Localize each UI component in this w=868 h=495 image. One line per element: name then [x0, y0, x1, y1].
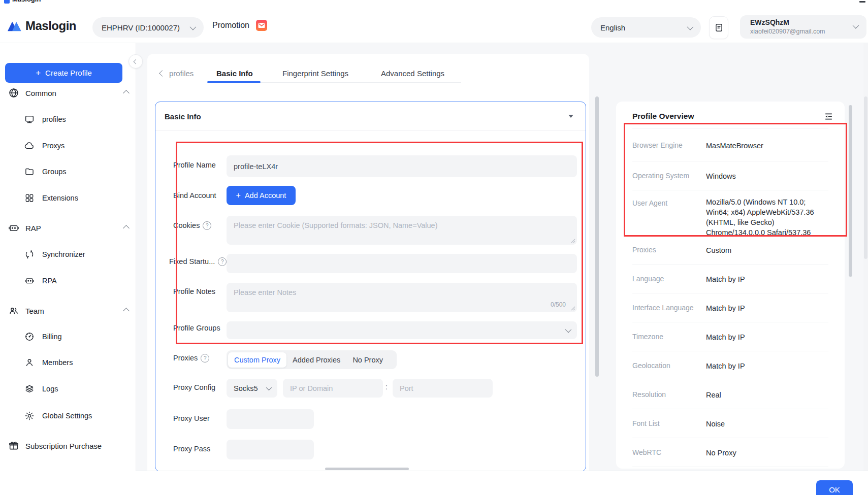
page-scrollbar-track[interactable]	[863, 43, 868, 495]
tab-advanced-settings[interactable]: Advanced Settings	[381, 69, 444, 78]
ip-port-separator: :	[385, 383, 388, 391]
proxies-label: Proxies ?	[173, 353, 209, 363]
overview-row-label: Operating System	[632, 172, 689, 180]
docs-button[interactable]	[709, 16, 728, 39]
app-header: Maslogin EHPHRV (ID:1000027) Promotion E…	[0, 4, 868, 43]
language-dropdown[interactable]: English	[591, 17, 701, 38]
proxy-option-custom[interactable]: Custom Proxy	[228, 352, 286, 368]
add-account-label: Add Account	[245, 191, 286, 200]
create-profile-label: Create Profile	[45, 69, 92, 77]
horizontal-scrollbar-thumb[interactable]	[325, 468, 409, 470]
main-scrollbar-thumb[interactable]	[595, 96, 599, 377]
profile-notes-textarea[interactable]	[227, 283, 577, 312]
proxy-protocol-select[interactable]: Socks5	[227, 379, 277, 398]
profile-overview-panel: Profile Overview Browser Engine MasMateB…	[616, 102, 845, 469]
sidebar-item-groups[interactable]: Groups	[24, 164, 67, 179]
overview-row-label: Proxies	[632, 246, 656, 254]
overview-scrollbar-thumb[interactable]	[849, 105, 852, 277]
proxy-option-added[interactable]: Added Proxies	[286, 352, 346, 368]
sidebar-item-proxys[interactable]: Proxys	[24, 139, 65, 153]
sidebar-item-logs[interactable]: Logs	[24, 382, 58, 396]
panel-title: Basic Info	[165, 112, 201, 121]
fixed-startup-input[interactable]	[227, 254, 577, 273]
cookies-textarea[interactable]	[227, 216, 577, 245]
overview-row-value: Match by IP	[706, 332, 828, 342]
sidebar-section-team[interactable]: Team	[8, 304, 127, 318]
proxy-config-label: Proxy Config	[173, 382, 215, 392]
sidebar-collapse-button[interactable]	[128, 54, 143, 69]
sidebar-item-extensions[interactable]: Extensions	[24, 191, 78, 205]
collapse-list-icon[interactable]	[824, 112, 833, 121]
sidebar-item-subscription-purchase[interactable]: Subscription Purchase	[8, 439, 127, 453]
footer-bar: OK	[136, 471, 868, 495]
overview-row-value: MasMateBrowser	[706, 141, 828, 151]
profile-name-input[interactable]	[227, 155, 577, 177]
folder-icon	[24, 167, 35, 177]
profile-groups-select[interactable]	[227, 321, 577, 339]
create-profile-button[interactable]: + Create Profile	[5, 63, 122, 83]
page-scrollbar-thumb[interactable]	[864, 96, 867, 259]
plus-icon: +	[36, 68, 41, 78]
breadcrumb-back[interactable]: profiles	[160, 69, 194, 78]
overview-row-label: Interface Language	[632, 304, 694, 312]
plus-icon: +	[236, 191, 241, 200]
brand-name: Maslogin	[25, 19, 76, 33]
robot-icon	[24, 276, 35, 286]
sidebar-item-members[interactable]: Members	[24, 355, 73, 370]
tab-basic-info[interactable]: Basic Info	[216, 69, 253, 78]
collapse-caret-icon[interactable]	[568, 115, 573, 118]
sidebar-item-label: Logs	[42, 385, 58, 393]
ok-button[interactable]: OK	[816, 480, 853, 495]
sidebar-section-common[interactable]: Common	[8, 86, 127, 100]
sidebar-item-profiles[interactable]: profiles	[24, 112, 66, 126]
sidebar-item-label: Groups	[42, 168, 67, 176]
sidebar-item-rpa[interactable]: RPA	[24, 274, 57, 288]
account-menu[interactable]: EWzSQhzM xiaofei020907@gmail.com	[740, 15, 866, 39]
sidebar: + Create Profile Common profiles Proxys …	[0, 43, 136, 495]
proxy-user-label: Proxy User	[173, 413, 210, 423]
proxy-ip-input[interactable]	[283, 379, 383, 398]
overview-row-label: User Agent	[632, 199, 667, 207]
profile-name-label: Profile Name	[173, 160, 216, 170]
help-icon[interactable]: ?	[203, 221, 211, 230]
proxy-port-input[interactable]	[393, 379, 493, 398]
sidebar-item-label: Subscription Purchase	[25, 442, 102, 450]
overview-row: Interface Language Match by IP	[632, 293, 828, 322]
promotion-link[interactable]: Promotion	[212, 20, 267, 31]
resize-grip-icon[interactable]	[571, 239, 575, 243]
help-icon[interactable]: ?	[218, 257, 227, 266]
proxy-option-none[interactable]: No Proxy	[346, 352, 389, 368]
sidebar-item-label: Billing	[42, 333, 62, 341]
sidebar-section-rap[interactable]: RAP	[8, 221, 127, 235]
document-icon	[714, 23, 724, 32]
team-icon	[8, 305, 19, 316]
overview-row: Resolution Real	[632, 380, 828, 409]
sync-icon	[24, 249, 35, 259]
window-titlebar: Maslogin	[0, 0, 868, 4]
tab-fingerprint-settings[interactable]: Fingerprint Settings	[282, 69, 348, 78]
proxy-pass-input[interactable]	[227, 440, 314, 459]
proxy-user-input[interactable]	[227, 409, 314, 429]
sidebar-item-synchronizer[interactable]: Synchronizer	[24, 247, 85, 261]
sidebar-item-billing[interactable]: Billing	[24, 329, 62, 344]
chevron-up-icon	[123, 308, 130, 314]
cloud-icon	[24, 141, 35, 151]
account-name: EWzSQhzM	[750, 18, 789, 26]
chevron-up-icon	[123, 225, 130, 232]
sidebar-item-label: Synchronizer	[42, 250, 85, 258]
layers-icon	[24, 384, 35, 394]
chevron-left-icon	[159, 70, 166, 77]
workspace-dropdown[interactable]: EHPHRV (ID:1000027)	[92, 17, 204, 38]
overview-row: Geolocation Match by IP	[632, 351, 828, 380]
add-account-button[interactable]: + Add Account	[227, 186, 296, 205]
notes-char-counter: 0/500	[551, 301, 566, 308]
sidebar-item-global-settings[interactable]: Global Settings	[24, 409, 92, 423]
overview-row-user-agent: User Agent Mozilla/5.0 (Windows NT 10.0;…	[632, 190, 828, 236]
resize-grip-icon[interactable]	[571, 306, 575, 311]
help-icon[interactable]: ?	[201, 354, 209, 362]
chevron-up-icon	[123, 90, 130, 96]
overview-row-value: Match by IP	[706, 274, 828, 284]
minimize-icon[interactable]	[859, 1, 865, 3]
sidebar-item-label: RPA	[42, 277, 57, 285]
language-label: English	[600, 23, 625, 32]
